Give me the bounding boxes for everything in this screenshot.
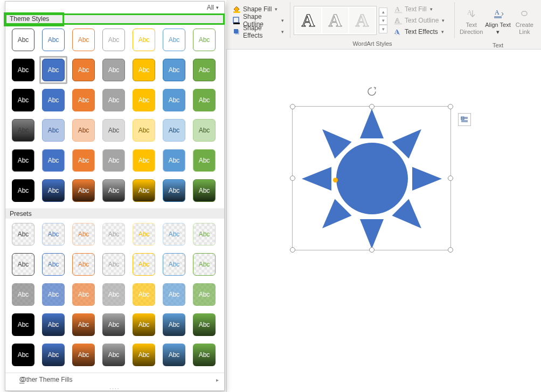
- wordart-more-button[interactable]: ▾: [379, 25, 387, 33]
- wordart-prev-button[interactable]: ▴: [379, 8, 387, 16]
- theme-style-swatch[interactable]: Abc: [163, 29, 185, 51]
- theme-style-swatch[interactable]: Abc: [102, 119, 125, 142]
- theme-style-swatch[interactable]: Abc: [163, 89, 185, 111]
- preset-style-swatch[interactable]: Abc: [102, 344, 125, 366]
- wordart-style-2[interactable]: A: [322, 8, 348, 33]
- wordart-gallery[interactable]: A A A: [294, 6, 377, 35]
- preset-style-swatch[interactable]: Abc: [102, 313, 125, 336]
- preset-style-swatch[interactable]: Abc: [42, 344, 65, 366]
- preset-style-swatch[interactable]: Abc: [72, 313, 95, 336]
- theme-style-swatch[interactable]: Abc: [102, 149, 125, 172]
- preset-style-swatch[interactable]: Abc: [42, 313, 65, 336]
- panel-resize-grip[interactable]: ····: [5, 386, 224, 390]
- preset-style-swatch[interactable]: Abc: [12, 344, 34, 366]
- theme-style-swatch[interactable]: Abc: [163, 119, 185, 142]
- theme-style-swatch[interactable]: Abc: [163, 149, 185, 172]
- theme-style-swatch[interactable]: Abc: [72, 119, 95, 142]
- preset-style-swatch[interactable]: Abc: [163, 344, 185, 366]
- preset-style-swatch[interactable]: Abc: [12, 223, 34, 246]
- resize-handle-l[interactable]: [290, 176, 295, 181]
- theme-style-swatch[interactable]: Abc: [163, 179, 185, 202]
- preset-style-swatch[interactable]: Abc: [42, 253, 65, 276]
- selection-bounding-box[interactable]: [292, 106, 451, 250]
- theme-style-swatch[interactable]: Abc: [12, 119, 34, 142]
- theme-style-swatch[interactable]: Abc: [72, 179, 95, 202]
- resize-handle-br[interactable]: [448, 247, 453, 253]
- theme-style-swatch[interactable]: Abc: [133, 119, 155, 142]
- preset-style-swatch[interactable]: Abc: [72, 344, 95, 366]
- theme-style-swatch[interactable]: Abc: [193, 59, 216, 81]
- theme-style-swatch[interactable]: Abc: [102, 89, 125, 111]
- resize-handle-tr[interactable]: [448, 104, 453, 109]
- theme-style-swatch[interactable]: Abc: [193, 179, 216, 202]
- theme-style-swatch[interactable]: Abc: [42, 29, 65, 51]
- theme-style-swatch[interactable]: Abc: [12, 149, 34, 172]
- resize-handle-b[interactable]: [369, 247, 374, 253]
- preset-style-swatch[interactable]: Abc: [12, 283, 34, 306]
- theme-style-swatch[interactable]: Abc: [42, 179, 65, 202]
- theme-style-swatch[interactable]: Abc: [133, 89, 155, 111]
- preset-style-swatch[interactable]: Abc: [133, 253, 155, 276]
- layout-options-button[interactable]: [458, 113, 471, 126]
- preset-style-swatch[interactable]: Abc: [133, 223, 155, 246]
- preset-style-swatch[interactable]: Abc: [193, 223, 216, 246]
- theme-style-swatch[interactable]: Abc: [133, 149, 155, 172]
- align-text-button[interactable]: A Align Text ▾: [484, 2, 511, 40]
- theme-style-swatch[interactable]: Abc: [102, 179, 125, 202]
- preset-style-swatch[interactable]: Abc: [193, 344, 216, 366]
- theme-style-swatch[interactable]: Abc: [193, 89, 216, 111]
- shape-effects-button[interactable]: Shape Effects ▾: [230, 26, 287, 37]
- theme-style-swatch[interactable]: Abc: [42, 89, 65, 111]
- resize-handle-t[interactable]: [369, 104, 374, 109]
- theme-style-swatch[interactable]: Abc: [12, 59, 34, 81]
- preset-style-swatch[interactable]: Abc: [193, 313, 216, 336]
- preset-style-swatch[interactable]: Abc: [72, 223, 95, 246]
- resize-handle-bl[interactable]: [290, 247, 295, 253]
- theme-style-swatch[interactable]: Abc: [72, 59, 95, 81]
- style-filter-dropdown[interactable]: All▾: [5, 2, 224, 14]
- adjustment-handle[interactable]: [333, 178, 338, 183]
- preset-style-swatch[interactable]: Abc: [102, 223, 125, 246]
- theme-style-swatch[interactable]: Abc: [102, 29, 125, 51]
- theme-style-swatch[interactable]: Abc: [42, 149, 65, 172]
- preset-style-swatch[interactable]: Abc: [163, 283, 185, 306]
- preset-style-swatch[interactable]: Abc: [102, 253, 125, 276]
- theme-style-swatch[interactable]: Abc: [42, 119, 65, 142]
- theme-style-swatch[interactable]: Abc: [72, 29, 95, 51]
- preset-style-swatch[interactable]: Abc: [193, 283, 216, 306]
- preset-style-swatch[interactable]: Abc: [42, 283, 65, 306]
- preset-style-swatch[interactable]: Abc: [133, 313, 155, 336]
- theme-style-swatch[interactable]: Abc: [102, 59, 125, 81]
- theme-style-swatch[interactable]: Abc: [133, 29, 155, 51]
- theme-style-swatch[interactable]: Abc: [193, 119, 216, 142]
- theme-style-swatch[interactable]: Abc: [12, 179, 34, 202]
- preset-style-swatch[interactable]: Abc: [42, 223, 65, 246]
- preset-style-swatch[interactable]: Abc: [102, 283, 125, 306]
- preset-style-swatch[interactable]: Abc: [133, 344, 155, 366]
- wordart-style-3[interactable]: A: [349, 8, 375, 33]
- theme-style-swatch[interactable]: Abc: [163, 59, 185, 81]
- rotate-handle-icon[interactable]: [366, 86, 377, 97]
- theme-style-swatch[interactable]: Abc: [12, 29, 34, 51]
- wordart-next-button[interactable]: ▾: [379, 16, 387, 25]
- preset-style-swatch[interactable]: Abc: [12, 253, 34, 276]
- preset-style-swatch[interactable]: Abc: [72, 253, 95, 276]
- preset-style-swatch[interactable]: Abc: [193, 253, 216, 276]
- theme-style-swatch[interactable]: Abc: [12, 89, 34, 111]
- theme-style-swatch[interactable]: Abc: [133, 179, 155, 202]
- theme-style-swatch[interactable]: Abc: [193, 29, 216, 51]
- theme-style-swatch[interactable]: Abc: [133, 59, 155, 81]
- preset-style-swatch[interactable]: Abc: [163, 223, 185, 246]
- preset-style-swatch[interactable]: Abc: [12, 313, 34, 336]
- theme-style-swatch[interactable]: Abc: [72, 149, 95, 172]
- resize-handle-r[interactable]: [448, 176, 453, 181]
- wordart-style-1[interactable]: A: [295, 8, 321, 33]
- preset-style-swatch[interactable]: Abc: [163, 253, 185, 276]
- theme-style-swatch[interactable]: Abc: [42, 59, 65, 81]
- sun-shape[interactable]: [293, 107, 452, 251]
- theme-style-swatch[interactable]: Abc: [72, 89, 95, 111]
- resize-handle-tl[interactable]: [290, 104, 295, 109]
- preset-style-swatch[interactable]: Abc: [133, 283, 155, 306]
- theme-style-swatch[interactable]: Abc: [193, 149, 216, 172]
- preset-style-swatch[interactable]: Abc: [72, 283, 95, 306]
